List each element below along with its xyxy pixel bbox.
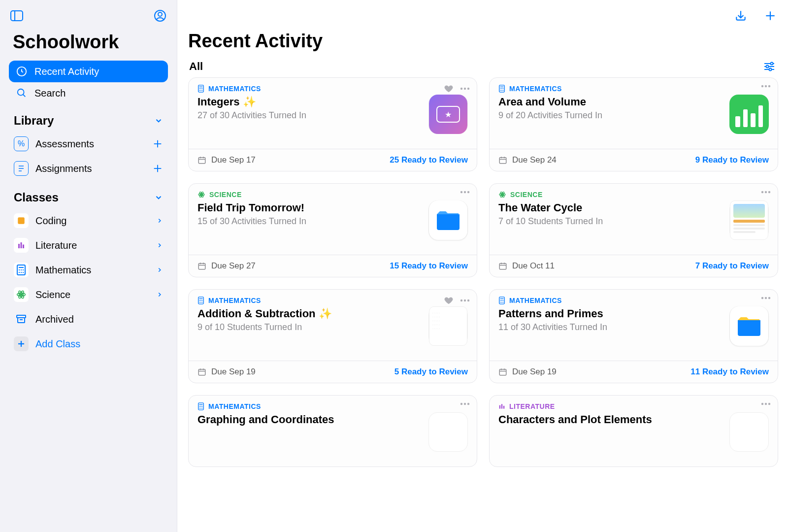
activity-card[interactable]: MATHEMATICS Integers ✨ 27 of 30 Activiti…	[188, 77, 477, 171]
row-label: Literature	[35, 240, 77, 251]
more-icon[interactable]	[761, 85, 771, 88]
card-title: Field Trip Tomorrow!	[197, 201, 424, 214]
card-footer: Due Sep 27 15 Ready to Review	[189, 255, 477, 277]
card-thumbnail	[729, 412, 769, 452]
library-assessments[interactable]: % Assessments	[9, 132, 168, 156]
chevron-right-icon	[156, 266, 163, 274]
svg-rect-136	[501, 404, 502, 408]
review-link[interactable]: 11 Ready to Review	[690, 367, 769, 377]
review-link[interactable]: 9 Ready to Review	[695, 155, 769, 165]
more-icon[interactable]	[761, 191, 771, 194]
activity-card[interactable]: MATHEMATICS Addition & Subtraction ✨ 9 o…	[188, 289, 477, 383]
account-icon[interactable]	[152, 8, 168, 24]
calendar-icon	[197, 367, 206, 376]
svg-rect-79	[198, 264, 205, 269]
classes-archived[interactable]: Archived	[9, 307, 168, 332]
row-label: Add Class	[35, 338, 80, 350]
add-assignment-button[interactable]	[152, 163, 163, 174]
activity-card[interactable]: MATHEMATICS Graphing and Coordinates	[188, 395, 477, 467]
filter-settings-icon[interactable]	[761, 59, 777, 74]
more-icon[interactable]	[761, 402, 771, 405]
svg-point-132	[460, 403, 462, 405]
svg-point-89	[768, 191, 770, 193]
card-footer: Due Sep 19 11 Ready to Review	[490, 361, 778, 383]
more-icon[interactable]	[460, 191, 470, 194]
chevron-down-icon	[154, 193, 163, 202]
svg-point-77	[464, 191, 466, 193]
svg-rect-53	[198, 158, 205, 164]
activity-card[interactable]: LITERATURE Characters and Plot Elements	[489, 395, 778, 467]
card-subject: SCIENCE	[498, 191, 724, 199]
activity-card[interactable]: SCIENCE The Water Cycle 7 of 10 Students…	[489, 183, 778, 277]
filter-label[interactable]: All	[189, 60, 203, 73]
due-text: Due Sep 17	[211, 155, 256, 165]
sidebar: Schoolwork Recent Activity Search Librar…	[0, 0, 177, 532]
svg-point-76	[460, 191, 462, 193]
more-icon[interactable]	[460, 87, 470, 90]
sidebar-toggle-icon[interactable]	[9, 8, 25, 24]
subject-icon	[197, 191, 205, 199]
svg-rect-105	[198, 369, 205, 375]
heart-icon[interactable]	[444, 85, 453, 93]
svg-point-72	[201, 194, 202, 196]
card-title: Area and Volume	[498, 96, 724, 108]
subject-label: MATHEMATICS	[509, 85, 562, 93]
class-mathematics[interactable]: Mathematics	[9, 258, 168, 282]
section-label: Classes	[14, 191, 59, 204]
nav-label: Search	[34, 88, 66, 99]
download-button[interactable]	[733, 8, 749, 24]
svg-rect-68	[499, 158, 506, 164]
library-header[interactable]: Library	[9, 104, 168, 132]
classes-header[interactable]: Classes	[9, 181, 168, 208]
library-assignments[interactable]: Assignments	[9, 156, 168, 181]
more-icon[interactable]	[460, 299, 470, 302]
review-link[interactable]: 5 Ready to Review	[394, 367, 468, 377]
card-thumbnail	[729, 95, 769, 134]
svg-rect-135	[499, 405, 500, 409]
nav-recent-activity[interactable]: Recent Activity	[9, 61, 168, 82]
more-icon[interactable]	[460, 402, 470, 405]
class-literature[interactable]: Literature	[9, 233, 168, 258]
class-coding[interactable]: Coding	[9, 208, 168, 233]
card-thumbnail: ★	[428, 95, 468, 134]
review-link[interactable]: 7 Ready to Review	[695, 261, 769, 271]
subject-label: LITERATURE	[509, 402, 555, 410]
activity-card[interactable]: SCIENCE Field Trip Tomorrow! 15 of 30 Ac…	[188, 183, 477, 277]
add-class-button[interactable]: Add Class	[9, 332, 168, 356]
svg-rect-30	[17, 315, 26, 318]
svg-rect-15	[18, 244, 20, 248]
subject-icon	[197, 297, 204, 304]
activity-card[interactable]: MATHEMATICS Area and Volume 9 of 20 Acti…	[489, 77, 778, 171]
due-date: Due Sep 19	[498, 367, 557, 377]
svg-point-102	[460, 299, 462, 301]
subject-icon	[197, 402, 204, 410]
svg-point-39	[766, 66, 769, 68]
activity-card[interactable]: MATHEMATICS Patterns and Primes 11 of 30…	[489, 289, 778, 383]
svg-point-138	[761, 403, 763, 405]
card-subject: SCIENCE	[197, 191, 424, 199]
calendar-icon	[197, 262, 206, 270]
filter-bar: All	[188, 59, 778, 77]
row-label: Mathematics	[35, 265, 91, 276]
svg-rect-14	[18, 217, 25, 224]
card-title: Graphing and Coordinates	[197, 413, 424, 426]
review-link[interactable]: 15 Ready to Review	[390, 261, 468, 271]
svg-point-37	[771, 63, 773, 65]
class-science[interactable]: Science	[9, 282, 168, 307]
subject-icon	[498, 297, 505, 304]
svg-point-88	[765, 191, 767, 193]
archive-icon	[14, 312, 29, 327]
chevron-down-icon	[154, 116, 163, 125]
review-link[interactable]: 25 Ready to Review	[390, 155, 468, 165]
subject-icon	[498, 85, 505, 93]
more-icon[interactable]	[761, 297, 771, 299]
svg-point-140	[768, 403, 770, 405]
subject-icon	[498, 403, 505, 410]
heart-icon[interactable]	[444, 297, 453, 304]
new-button[interactable]	[762, 8, 778, 24]
add-assessment-button[interactable]	[152, 138, 163, 149]
svg-point-104	[467, 299, 469, 301]
card-footer: Due Sep 17 25 Ready to Review	[189, 149, 477, 171]
nav-search[interactable]: Search	[9, 82, 168, 104]
due-text: Due Sep 24	[512, 155, 557, 165]
